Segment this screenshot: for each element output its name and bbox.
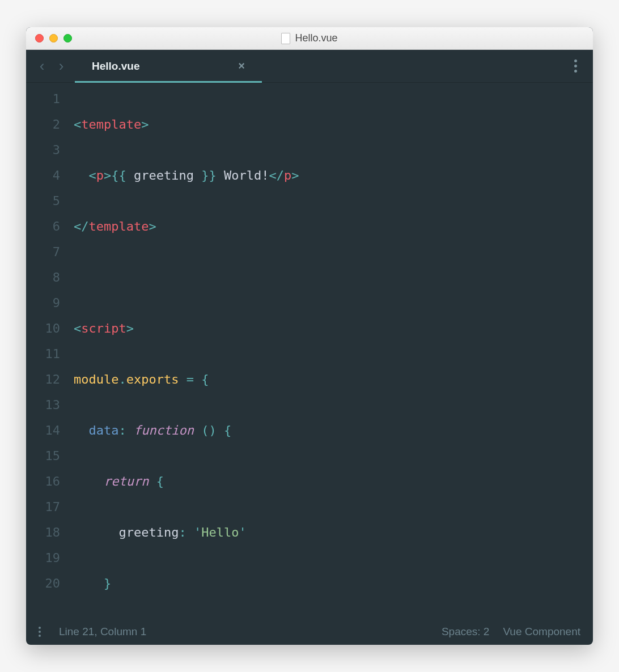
file-icon bbox=[281, 33, 290, 44]
titlebar: Hello.vue bbox=[26, 27, 593, 50]
line-number: 17 bbox=[26, 494, 60, 520]
code-line: <p>{{ greeting }} World!</p> bbox=[74, 163, 593, 188]
code-line: </template> bbox=[74, 214, 593, 239]
code-line: <template> bbox=[74, 112, 593, 137]
minimize-window-button[interactable] bbox=[49, 34, 58, 42]
code-line: <script> bbox=[74, 316, 593, 341]
tab-label: Hello.vue bbox=[92, 60, 139, 73]
line-number: 8 bbox=[26, 265, 60, 290]
line-number: 20 bbox=[26, 571, 60, 596]
line-number: 6 bbox=[26, 214, 60, 239]
traffic-lights bbox=[26, 34, 72, 42]
line-number: 12 bbox=[26, 367, 60, 392]
nav-arrows: ‹ › bbox=[34, 50, 75, 82]
window-title-text: Hello.vue bbox=[295, 32, 337, 44]
line-number: 9 bbox=[26, 290, 60, 316]
editor-window: Hello.vue ‹ › Hello.vue × 1 2 3 4 5 6 7 … bbox=[26, 27, 593, 645]
status-bar: Line 21, Column 1 Spaces: 2 Vue Componen… bbox=[26, 619, 593, 645]
code-line: return { bbox=[74, 469, 593, 494]
tabbar-actions bbox=[570, 50, 582, 82]
zoom-window-button[interactable] bbox=[63, 34, 72, 42]
line-number: 14 bbox=[26, 418, 60, 443]
tab-bar: ‹ › Hello.vue × bbox=[26, 50, 593, 83]
code-content[interactable]: <template> <p>{{ greeting }} World!</p> … bbox=[74, 86, 593, 619]
tab-close-button[interactable]: × bbox=[238, 59, 245, 73]
indentation-setting[interactable]: Spaces: 2 bbox=[442, 626, 490, 638]
cursor-position[interactable]: Line 21, Column 1 bbox=[59, 626, 146, 638]
line-number: 15 bbox=[26, 443, 60, 469]
nav-forward-button[interactable]: › bbox=[53, 57, 69, 75]
code-line: module.exports = { bbox=[74, 367, 593, 392]
line-number-gutter: 1 2 3 4 5 6 7 8 9 10 11 12 13 14 15 16 1… bbox=[26, 86, 74, 619]
line-number: 19 bbox=[26, 545, 60, 571]
code-editor[interactable]: 1 2 3 4 5 6 7 8 9 10 11 12 13 14 15 16 1… bbox=[26, 83, 593, 619]
line-number: 10 bbox=[26, 316, 60, 341]
tab-overflow-menu-button[interactable] bbox=[570, 55, 582, 77]
code-line bbox=[74, 265, 593, 290]
line-number: 5 bbox=[26, 188, 60, 214]
status-menu-button[interactable] bbox=[39, 624, 45, 639]
syntax-mode[interactable]: Vue Component bbox=[503, 626, 580, 638]
line-number: 3 bbox=[26, 137, 60, 163]
line-number: 13 bbox=[26, 392, 60, 418]
line-number: 11 bbox=[26, 341, 60, 367]
tab-hello-vue[interactable]: Hello.vue × bbox=[75, 50, 262, 82]
line-number: 1 bbox=[26, 86, 60, 112]
line-number: 18 bbox=[26, 520, 60, 545]
nav-back-button[interactable]: ‹ bbox=[34, 57, 50, 75]
code-line: greeting: 'Hello' bbox=[74, 520, 593, 545]
line-number: 7 bbox=[26, 239, 60, 265]
line-number: 2 bbox=[26, 112, 60, 137]
code-line: data: function () { bbox=[74, 418, 593, 443]
line-number: 4 bbox=[26, 163, 60, 188]
code-line: } bbox=[74, 571, 593, 596]
close-window-button[interactable] bbox=[35, 34, 44, 42]
window-title: Hello.vue bbox=[26, 32, 593, 44]
line-number: 16 bbox=[26, 469, 60, 494]
